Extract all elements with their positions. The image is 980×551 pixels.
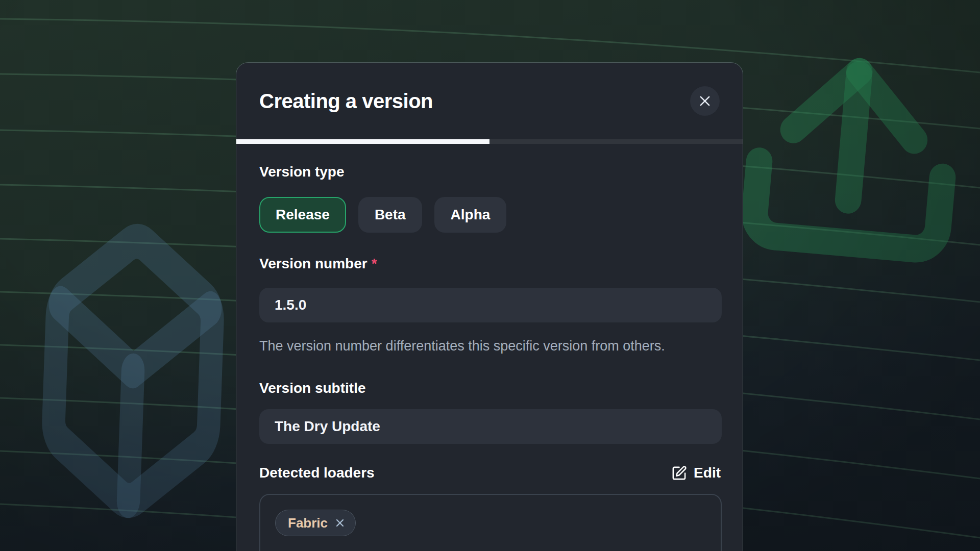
upload-arrow-icon — [724, 31, 979, 295]
detected-loaders-box: Fabric — [259, 494, 722, 551]
create-version-modal: Creating a version Version type Release … — [236, 62, 743, 551]
cube-outline-icon — [24, 212, 241, 530]
close-button[interactable] — [690, 86, 720, 116]
modal-header: Creating a version — [236, 63, 743, 139]
modal-progress-fill — [236, 139, 489, 144]
wizard-progress-bar — [236, 139, 743, 144]
x-icon — [334, 517, 346, 529]
loader-chip-label: Fabric — [288, 515, 328, 531]
required-asterisk: * — [372, 255, 377, 272]
version-type-options: Release Beta Alpha — [259, 197, 721, 233]
detected-loaders-label: Detected loaders — [259, 464, 375, 482]
version-type-label: Version type — [259, 163, 721, 181]
version-number-input[interactable] — [259, 288, 722, 322]
loader-chip-fabric: Fabric — [275, 510, 356, 536]
square-pen-icon — [671, 465, 687, 481]
detected-loaders-row: Detected loaders Edit — [259, 464, 721, 482]
version-number-label-text: Version number — [259, 255, 368, 272]
version-number-label: Version number * — [259, 255, 721, 272]
modal-title: Creating a version — [259, 90, 433, 113]
version-subtitle-label: Version subtitle — [259, 380, 721, 397]
version-number-help-text: The version number differentiates this s… — [259, 335, 699, 357]
close-icon — [698, 94, 712, 108]
version-type-release-button[interactable]: Release — [259, 197, 346, 233]
version-type-alpha-button[interactable]: Alpha — [434, 197, 507, 233]
version-subtitle-input[interactable] — [259, 409, 722, 444]
modal-body: Version type Release Beta Alpha Version … — [236, 144, 743, 551]
edit-loaders-button[interactable]: Edit — [671, 465, 721, 481]
remove-loader-button[interactable] — [334, 517, 346, 529]
version-type-beta-button[interactable]: Beta — [358, 197, 422, 233]
edit-button-label: Edit — [694, 465, 721, 481]
